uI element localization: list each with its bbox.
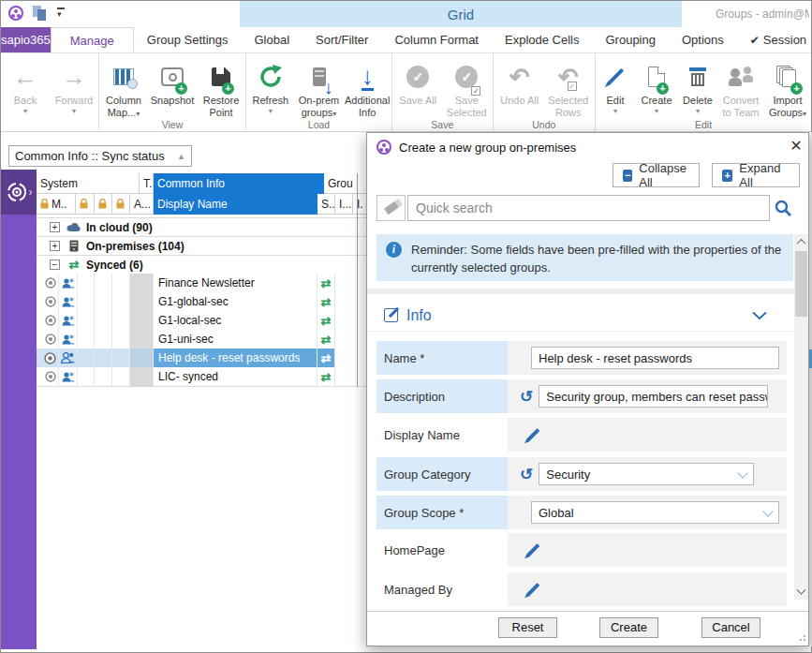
tab-options[interactable]: Options: [669, 27, 737, 52]
forward-button[interactable]: → Forward▾: [50, 56, 98, 131]
expand-all-button[interactable]: + Expand All: [712, 163, 800, 187]
display-name-cell[interactable]: G1-local-sec: [154, 311, 317, 330]
tab-grouping[interactable]: Grouping: [592, 27, 668, 52]
close-icon[interactable]: ✕: [787, 137, 805, 156]
display-name-cell[interactable]: Finance Newsletter: [154, 274, 317, 292]
revert-icon[interactable]: ↺: [520, 389, 533, 405]
tab-group-settings[interactable]: Group Settings: [134, 27, 242, 52]
tab-sapio365[interactable]: sapio365: [1, 27, 51, 52]
server-icon: [66, 240, 82, 252]
group-people-icon: [59, 349, 78, 367]
reset-button[interactable]: Reset: [498, 617, 557, 638]
sync-status-icon: ⇄: [317, 292, 335, 311]
group-scope-select[interactable]: Global: [531, 501, 779, 524]
field-managed-by: Managed By: [376, 572, 787, 606]
radio-icon[interactable]: [42, 311, 59, 330]
edit-pencil-icon[interactable]: [526, 543, 540, 557]
tab-sort-filter[interactable]: Sort/Filter: [303, 27, 381, 52]
tree-group-synced[interactable]: − ⇄ Synced (6): [37, 255, 368, 274]
quick-search-input[interactable]: [407, 195, 770, 221]
tab-column-format[interactable]: Column Format: [381, 27, 492, 52]
section-divider: [367, 289, 795, 294]
radio-icon[interactable]: [42, 367, 59, 386]
sidebar-sync-settings-button[interactable]: ›: [1, 170, 37, 215]
collapse-all-button[interactable]: − Collapse All: [613, 163, 700, 187]
column-header-i1[interactable]: I...: [335, 194, 353, 215]
cancel-button[interactable]: Cancel: [701, 617, 760, 638]
clear-search-button[interactable]: [376, 195, 406, 221]
expand-plus-icon[interactable]: +: [50, 222, 60, 232]
lock-icon: [116, 199, 125, 209]
radio-icon[interactable]: [42, 274, 59, 292]
group-row[interactable]: G1-global-sec ⇄: [37, 292, 368, 311]
scrollbar-thumb[interactable]: [795, 251, 807, 317]
display-name-cell[interactable]: Help desk - reset passwords: [154, 349, 317, 367]
field-label: HomePage: [376, 533, 508, 567]
scroll-down-icon[interactable]: [794, 585, 808, 600]
window-panes-icon[interactable]: [33, 6, 48, 21]
chevron-down-icon: [738, 467, 748, 478]
group-row[interactable]: LIC- synced ⇄: [37, 367, 368, 386]
type-cell: [130, 349, 154, 367]
type-cell: [130, 292, 154, 311]
resize-grip[interactable]: [796, 631, 805, 641]
group-row-selected[interactable]: Help desk - reset passwords ⇄: [37, 349, 368, 367]
save-selected-icon: ✓✓: [455, 66, 478, 88]
name-input[interactable]: Help desk - reset passwords: [531, 347, 779, 369]
expand-plus-icon[interactable]: +: [50, 241, 60, 251]
tab-manage[interactable]: Manage: [51, 27, 134, 52]
column-header-group[interactable]: Grou: [324, 173, 368, 194]
edit-pencil-icon[interactable]: [526, 583, 540, 597]
back-button[interactable]: ← Back▾: [1, 56, 50, 131]
scroll-up-icon[interactable]: [794, 234, 808, 249]
dialog-scrollbar[interactable]: [794, 234, 808, 600]
radio-icon[interactable]: [42, 330, 59, 349]
column-header-common-info[interactable]: Common Info: [154, 173, 324, 194]
dialog-footer-divider: [367, 611, 808, 612]
radio-icon[interactable]: [42, 292, 59, 311]
ribbon: ← Back▾ → Forward▾ Column Map...▾ + Snap…: [1, 53, 811, 132]
search-button[interactable]: [774, 199, 792, 221]
group-category-select[interactable]: Security: [539, 463, 754, 485]
revert-icon[interactable]: ↺: [520, 467, 533, 482]
column-header-t[interactable]: T...: [140, 173, 154, 194]
collapse-minus-icon[interactable]: −: [50, 260, 60, 270]
reminder-banner: i Reminder: Some fields have been pre-fi…: [376, 234, 793, 281]
view-selector-dropdown[interactable]: Common Info :: Sync status▲: [8, 145, 192, 167]
info-section-header[interactable]: Info: [367, 300, 795, 332]
plus-badge-icon: +: [657, 82, 669, 95]
radio-icon[interactable]: [42, 349, 59, 367]
description-input[interactable]: Security group, members can reset passwo…: [539, 385, 768, 408]
ribbon-group-save: ✓ Save All ✓✓ Save Selected Save: [392, 53, 494, 131]
display-name-cell[interactable]: G1-uni-sec: [154, 330, 317, 349]
field-label: Managed By: [376, 572, 508, 606]
dialog-title: Create a new group on-premises: [399, 141, 576, 155]
tab-session[interactable]: ✔Session: [737, 27, 812, 52]
column-header-lock2[interactable]: [95, 194, 112, 215]
display-name-cell[interactable]: LIC- synced: [154, 367, 317, 386]
column-header-a[interactable]: A...: [130, 194, 154, 215]
ribbon-tab-row: sapio365 Manage Group Settings Global So…: [1, 27, 811, 53]
group-row[interactable]: Finance Newsletter ⇄: [37, 274, 368, 292]
column-header-sync-status[interactable]: S...: [317, 194, 335, 215]
create-confirm-button[interactable]: Create: [599, 617, 658, 638]
contextual-tab-grid[interactable]: Grid: [240, 1, 682, 27]
group-row[interactable]: G1-local-sec ⇄: [37, 311, 368, 330]
tab-explode-cells[interactable]: Explode Cells: [492, 27, 593, 52]
display-name-cell[interactable]: G1-global-sec: [154, 292, 317, 311]
edit-pencil-icon[interactable]: [526, 428, 540, 442]
tree-group-on-premises[interactable]: + On-premises (104): [37, 236, 368, 255]
column-header-lock3[interactable]: [112, 194, 130, 215]
plus-badge-icon: +: [222, 82, 234, 95]
tree-group-in-cloud[interactable]: + In cloud (90): [37, 217, 368, 236]
edit-section-icon: [384, 308, 398, 322]
column-header-system[interactable]: System: [37, 173, 140, 194]
column-header-lock1[interactable]: [76, 194, 95, 215]
qat-dropdown-icon[interactable]: ▾: [57, 7, 65, 19]
field-homepage: HomePage: [376, 533, 787, 567]
back-arrow-icon: ←: [13, 65, 37, 89]
column-header-display-name[interactable]: Display Name: [154, 194, 317, 215]
group-row[interactable]: G1-uni-sec ⇄: [37, 330, 368, 349]
tab-global[interactable]: Global: [241, 27, 303, 52]
column-header-m[interactable]: M..: [37, 194, 76, 215]
